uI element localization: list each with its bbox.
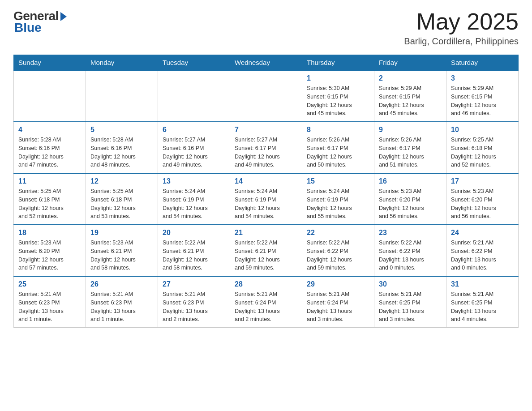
day-info: Sunrise: 5:25 AMSunset: 6:18 PMDaylight:… [18,187,81,221]
day-of-week-header: Tuesday [158,55,230,71]
day-info: Sunrise: 5:26 AMSunset: 6:17 PMDaylight:… [379,136,442,169]
calendar-cell: 26Sunrise: 5:21 AMSunset: 6:23 PMDayligh… [86,276,158,328]
calendar-cell: 27Sunrise: 5:21 AMSunset: 6:23 PMDayligh… [158,276,230,328]
calendar-cell: 18Sunrise: 5:23 AMSunset: 6:20 PMDayligh… [14,225,86,276]
day-number: 31 [451,280,514,288]
calendar-cell: 29Sunrise: 5:21 AMSunset: 6:24 PMDayligh… [302,276,374,328]
day-number: 28 [235,280,297,288]
calendar-cell: 6Sunrise: 5:27 AMSunset: 6:16 PMDaylight… [158,122,230,173]
week-row: 4Sunrise: 5:28 AMSunset: 6:16 PMDaylight… [14,122,519,173]
day-number: 2 [379,74,442,82]
logo-blue-text: Blue [14,21,42,35]
day-of-week-header: Friday [374,55,446,71]
calendar-cell: 1Sunrise: 5:30 AMSunset: 6:15 PMDaylight… [302,70,374,122]
week-row: 18Sunrise: 5:23 AMSunset: 6:20 PMDayligh… [14,225,519,276]
day-info: Sunrise: 5:21 AMSunset: 6:25 PMDaylight:… [451,290,514,324]
calendar-cell: 23Sunrise: 5:22 AMSunset: 6:22 PMDayligh… [374,225,446,276]
calendar-cell [158,70,230,122]
day-number: 5 [90,126,153,134]
day-info: Sunrise: 5:28 AMSunset: 6:16 PMDaylight:… [90,136,153,169]
day-number: 9 [379,126,442,134]
calendar-cell: 25Sunrise: 5:21 AMSunset: 6:23 PMDayligh… [14,276,86,328]
day-number: 24 [451,229,514,237]
calendar-cell: 31Sunrise: 5:21 AMSunset: 6:25 PMDayligh… [446,276,519,328]
week-row: 25Sunrise: 5:21 AMSunset: 6:23 PMDayligh… [14,276,519,328]
calendar-cell: 12Sunrise: 5:25 AMSunset: 6:18 PMDayligh… [86,173,158,225]
day-info: Sunrise: 5:24 AMSunset: 6:19 PMDaylight:… [235,187,297,221]
day-info: Sunrise: 5:21 AMSunset: 6:24 PMDaylight:… [307,290,369,324]
calendar-cell: 9Sunrise: 5:26 AMSunset: 6:17 PMDaylight… [374,122,446,173]
calendar-cell: 22Sunrise: 5:22 AMSunset: 6:22 PMDayligh… [302,225,374,276]
day-info: Sunrise: 5:23 AMSunset: 6:20 PMDaylight:… [451,187,514,221]
day-info: Sunrise: 5:21 AMSunset: 6:23 PMDaylight:… [18,290,81,324]
day-info: Sunrise: 5:22 AMSunset: 6:21 PMDaylight:… [163,239,225,272]
day-number: 30 [379,280,442,288]
calendar-cell: 20Sunrise: 5:22 AMSunset: 6:21 PMDayligh… [158,225,230,276]
day-number: 22 [307,229,369,237]
calendar-cell: 4Sunrise: 5:28 AMSunset: 6:16 PMDaylight… [14,122,86,173]
calendar-cell: 28Sunrise: 5:21 AMSunset: 6:24 PMDayligh… [230,276,302,328]
day-number: 15 [307,177,369,185]
location-text: Barlig, Cordillera, Philippines [404,36,519,47]
calendar-cell: 21Sunrise: 5:22 AMSunset: 6:21 PMDayligh… [230,225,302,276]
month-title: May 2025 [404,9,519,34]
logo: General Blue [13,9,67,35]
day-info: Sunrise: 5:21 AMSunset: 6:24 PMDaylight:… [235,290,297,324]
day-info: Sunrise: 5:25 AMSunset: 6:18 PMDaylight:… [451,136,514,169]
day-of-week-header: Thursday [302,55,374,71]
day-of-week-header: Wednesday [230,55,302,71]
day-info: Sunrise: 5:21 AMSunset: 6:22 PMDaylight:… [451,239,514,272]
day-number: 12 [90,177,153,185]
calendar-cell [86,70,158,122]
day-info: Sunrise: 5:21 AMSunset: 6:23 PMDaylight:… [90,290,153,324]
day-number: 21 [235,229,297,237]
page-header: General Blue May 2025 Barlig, Cordillera… [13,9,519,47]
calendar-cell: 2Sunrise: 5:29 AMSunset: 6:15 PMDaylight… [374,70,446,122]
day-number: 29 [307,280,369,288]
calendar-cell: 7Sunrise: 5:27 AMSunset: 6:17 PMDaylight… [230,122,302,173]
day-info: Sunrise: 5:23 AMSunset: 6:20 PMDaylight:… [379,187,442,221]
day-info: Sunrise: 5:22 AMSunset: 6:21 PMDaylight:… [235,239,297,272]
day-of-week-header: Sunday [14,55,86,71]
day-info: Sunrise: 5:30 AMSunset: 6:15 PMDaylight:… [307,84,369,118]
calendar-cell: 5Sunrise: 5:28 AMSunset: 6:16 PMDaylight… [86,122,158,173]
day-info: Sunrise: 5:22 AMSunset: 6:22 PMDaylight:… [307,239,369,272]
calendar-cell: 14Sunrise: 5:24 AMSunset: 6:19 PMDayligh… [230,173,302,225]
day-number: 4 [18,126,81,134]
calendar-cell: 15Sunrise: 5:24 AMSunset: 6:19 PMDayligh… [302,173,374,225]
day-info: Sunrise: 5:23 AMSunset: 6:21 PMDaylight:… [90,239,153,272]
days-header-row: SundayMondayTuesdayWednesdayThursdayFrid… [14,55,519,71]
day-info: Sunrise: 5:27 AMSunset: 6:17 PMDaylight:… [235,136,297,169]
day-number: 10 [451,126,514,134]
calendar-cell: 13Sunrise: 5:24 AMSunset: 6:19 PMDayligh… [158,173,230,225]
day-number: 16 [379,177,442,185]
day-number: 19 [90,229,153,237]
day-info: Sunrise: 5:23 AMSunset: 6:20 PMDaylight:… [18,239,81,272]
calendar-table: SundayMondayTuesdayWednesdayThursdayFrid… [13,55,519,328]
calendar-cell: 3Sunrise: 5:29 AMSunset: 6:15 PMDaylight… [446,70,519,122]
day-number: 1 [307,74,369,82]
day-info: Sunrise: 5:24 AMSunset: 6:19 PMDaylight:… [163,187,225,221]
logo-arrow-icon [60,12,67,21]
day-number: 8 [307,126,369,134]
day-number: 26 [90,280,153,288]
title-block: May 2025 Barlig, Cordillera, Philippines [404,9,519,47]
day-info: Sunrise: 5:21 AMSunset: 6:23 PMDaylight:… [163,290,225,324]
day-info: Sunrise: 5:26 AMSunset: 6:17 PMDaylight:… [307,136,369,169]
day-number: 6 [163,126,225,134]
day-number: 27 [163,280,225,288]
day-info: Sunrise: 5:22 AMSunset: 6:22 PMDaylight:… [379,239,442,272]
day-number: 20 [163,229,225,237]
day-of-week-header: Saturday [446,55,519,71]
day-number: 3 [451,74,514,82]
day-info: Sunrise: 5:24 AMSunset: 6:19 PMDaylight:… [307,187,369,221]
calendar-cell: 8Sunrise: 5:26 AMSunset: 6:17 PMDaylight… [302,122,374,173]
day-number: 14 [235,177,297,185]
day-number: 23 [379,229,442,237]
day-info: Sunrise: 5:28 AMSunset: 6:16 PMDaylight:… [18,136,81,169]
day-number: 13 [163,177,225,185]
week-row: 11Sunrise: 5:25 AMSunset: 6:18 PMDayligh… [14,173,519,225]
day-number: 18 [18,229,81,237]
day-of-week-header: Monday [86,55,158,71]
week-row: 1Sunrise: 5:30 AMSunset: 6:15 PMDaylight… [14,70,519,122]
